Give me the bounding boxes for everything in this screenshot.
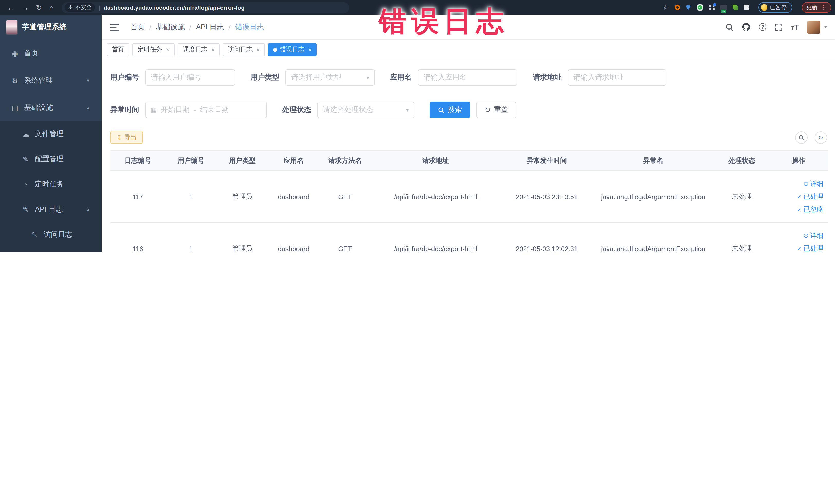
extension-grid-icon[interactable] [709,5,714,10]
browser-back-icon[interactable]: ← [7,3,14,12]
security-label: 不安全 [75,4,92,11]
file-cloud-icon: ☁ [21,130,30,138]
profile-emoji-avatar [760,4,767,11]
mark-processed-link[interactable]: ✓已处理 [797,192,823,201]
infrastructure-monitor-icon: ▤ [10,103,20,112]
sidebar-item-系统管理[interactable]: ⚙ 系统管理 ▾ [0,67,102,94]
browser-update-button[interactable]: 更新 ⋮ [802,2,831,13]
download-icon: ↧ [117,134,122,141]
fullscreen-icon[interactable] [775,23,783,31]
request-url-input[interactable]: 请输入请求地址 [568,69,666,86]
browser-forward-icon[interactable]: → [22,3,29,12]
extension-on-toggle-icon[interactable]: on [720,5,727,10]
breadcrumb-item[interactable]: 基础设施 [156,22,185,32]
sidebar-item-首页[interactable]: ◉ 首页 [0,40,102,67]
mark-processed-link[interactable]: ✓已处理 [797,244,823,252]
cell-status: 未处理 [714,244,770,252]
tab-close-icon[interactable]: × [166,46,169,53]
user-type-select[interactable]: 请选择用户类型▾ [285,69,375,86]
tab-首页[interactable]: 首页 [107,43,129,56]
extensions-puzzle-icon[interactable] [744,5,749,10]
extension-green-check-icon[interactable]: ✓ [696,4,703,11]
filter-row-1: 用户编号 请输入用户编号 用户类型 请选择用户类型▾ 应用名 请输入应用名 请求… [110,69,835,86]
cell-status: 未处理 [714,192,770,201]
extension-sprout-icon[interactable] [732,5,738,10]
eye-icon: ⊙ [803,232,809,239]
detail-link[interactable]: ⊙详细 [803,231,823,240]
user-avatar[interactable] [807,20,820,34]
github-icon[interactable] [742,23,751,31]
bookmark-star-icon[interactable]: ☆ [663,4,669,11]
sidebar-item-访问日志[interactable]: ✎ 访问日志 [0,222,102,247]
extension-shield-icon[interactable] [686,5,691,10]
sidebar-item-文件管理[interactable]: ☁ 文件管理 [0,121,102,146]
table-row[interactable]: 116 1 管理员 dashboard GET /api/infra/db-do… [110,223,828,252]
cell-app-name: dashboard [268,245,319,252]
sidebar-item-错误日志[interactable]: ✎ 错误日志 [0,247,102,252]
profile-paused-badge[interactable]: 已暂停 [758,2,792,13]
column-header: 请求方法名 [319,156,371,165]
reset-button[interactable]: ↻ 重置 [476,102,516,118]
export-button[interactable]: ↧ 导出 [110,131,143,144]
config-edit-icon: ✎ [21,155,30,163]
app-logo[interactable]: 芋道管理系统 [0,15,102,40]
app-name-input[interactable]: 请输入应用名 [418,69,517,86]
check-icon: ✓ [797,245,802,252]
cell-user-type: 管理员 [217,244,268,252]
column-header: 用户类型 [217,156,268,165]
app-header: 首页/基础设施/API 日志/错误日志 ? TT ▾ [102,15,835,40]
cell-request-url: /api/infra/db-doc/export-html [371,245,501,252]
tab-close-icon[interactable]: × [256,46,260,53]
dashboard-icon: ◉ [10,49,20,57]
warning-icon: ⚠ [68,4,73,11]
table-row[interactable]: 117 1 管理员 dashboard GET /api/infra/db-do… [110,171,828,223]
mark-ignored-link[interactable]: ✓已忽略 [797,205,823,214]
table-header-row: 日志编号用户编号用户类型应用名请求方法名请求地址异常发生时间异常名处理状态操作 [110,150,828,171]
tags-view-bar: 首页 定时任务 × 调度日志 × 访问日志 × 错误日志 × [102,40,835,60]
font-size-icon[interactable]: TT [791,23,799,31]
browser-home-icon[interactable]: ⌂ [49,3,54,12]
tab-定时任务[interactable]: 定时任务 × [133,43,175,56]
column-header: 异常发生时间 [501,156,593,165]
cell-request-url: /api/infra/db-doc/export-html [371,193,501,201]
address-bar[interactable]: ⚠ 不安全 | dashboard.yudao.iocoder.cn/infra… [62,2,349,13]
site-security-chip[interactable]: ⚠ 不安全 [65,3,95,12]
search-icon[interactable] [726,23,734,31]
sidebar-item-定时任务[interactable]: ◔ 定时任务 [0,172,102,197]
browser-reload-icon[interactable]: ↻ [36,3,42,12]
tab-close-icon[interactable]: × [308,46,312,53]
tab-错误日志[interactable]: 错误日志 × [268,43,317,56]
column-header: 异常名 [593,156,714,165]
search-button[interactable]: 搜索 [430,102,470,118]
user-id-input[interactable]: 请输入用户编号 [145,69,235,86]
extension-orange-icon[interactable] [674,5,680,10]
toggle-search-panel-button[interactable] [795,132,807,144]
browser-menu-kebab-icon[interactable]: ⋮ [821,4,826,11]
page-url: dashboard.yudao.iocoder.cn/infra/log/api… [104,4,245,11]
gear-icon: ⚙ [10,76,20,84]
breadcrumb-item[interactable]: API 日志 [196,22,224,32]
help-icon[interactable]: ? [759,23,767,31]
refresh-table-button[interactable]: ↻ [814,132,827,144]
breadcrumb-separator: / [229,23,231,31]
filter-row-2: 异常时间 ▦ 开始日期 - 结束日期 处理状态 请选择处理状态▾ [110,102,835,118]
sidebar-collapse-icon[interactable] [110,23,119,31]
sidebar-item-基础设施[interactable]: ▤ 基础设施 ▴ [0,94,102,121]
tab-调度日志[interactable]: 调度日志 × [178,43,220,56]
process-status-select[interactable]: 请选择处理状态▾ [317,102,414,118]
avatar-caret-down-icon[interactable]: ▾ [824,24,827,29]
page-content: 用户编号 请输入用户编号 用户类型 请选择用户类型▾ 应用名 请输入应用名 请求… [102,60,835,252]
exception-time-range-input[interactable]: ▦ 开始日期 - 结束日期 [145,102,267,118]
breadcrumb-item[interactable]: 首页 [130,22,145,32]
reset-icon: ↻ [485,106,490,114]
sidebar-item-配置管理[interactable]: ✎ 配置管理 [0,146,102,172]
tab-close-icon[interactable]: × [211,46,215,53]
column-header: 操作 [770,156,828,165]
omnibox-divider: | [99,4,100,11]
detail-link[interactable]: ⊙详细 [803,179,823,188]
column-header: 日志编号 [110,156,165,165]
tab-访问日志[interactable]: 访问日志 × [223,43,265,56]
sidebar-item-API-日志[interactable]: ✎ API 日志 ▴ [0,197,102,222]
cell-actions: ⊙详细 ✓已处理 ✓已忽略 [770,231,828,252]
breadcrumb-separator: / [149,23,151,31]
